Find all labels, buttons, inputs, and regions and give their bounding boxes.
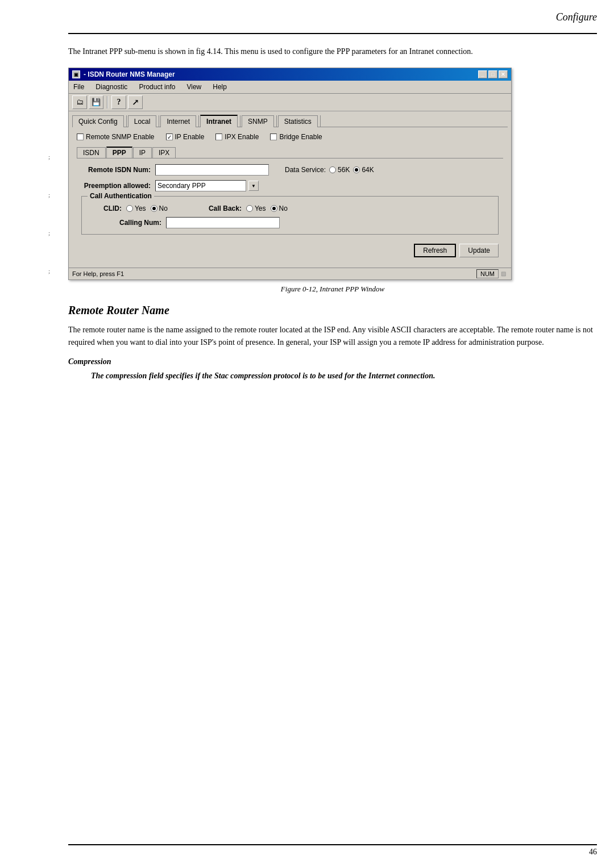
clid-yes-text: Yes: [135, 205, 146, 212]
sub-tab-ip[interactable]: IP: [133, 147, 152, 158]
window-title: - ISDN Router NMS Manager: [84, 70, 175, 78]
menu-bar: File Diagnostic Product info View Help: [69, 81, 511, 94]
main-tabs-row: Quick Config Local Internet Intranet SNM…: [72, 115, 508, 127]
sub-tab-ipx[interactable]: IPX: [152, 147, 176, 158]
update-button[interactable]: Update: [459, 244, 499, 257]
remote-isdn-label: Remote ISDN Num:: [77, 166, 151, 174]
data-service-group: Data Service: 56K 64K: [285, 166, 374, 174]
body-text-1: The remote router name is the name assig…: [68, 324, 597, 349]
preemption-dropdown[interactable]: Secondary PPP: [155, 180, 246, 191]
tab-statistics[interactable]: Statistics: [278, 115, 318, 127]
menu-diagnostic[interactable]: Diagnostic: [93, 82, 130, 92]
preemption-value: Secondary PPP: [157, 182, 206, 190]
checkbox-bridge-enable[interactable]: Bridge Enable: [270, 133, 322, 141]
toolbar-btn-save[interactable]: 💾: [89, 95, 103, 109]
cb-ip-enable-label: IP Enable: [175, 133, 205, 141]
callback-radio-group: Yes No: [246, 205, 288, 212]
radio-64k-icon[interactable]: [353, 166, 360, 173]
sub-tab-ppp[interactable]: PPP: [106, 147, 132, 158]
checkbox-ip-enable[interactable]: IP Enable: [166, 133, 205, 141]
menu-view[interactable]: View: [184, 82, 204, 92]
clid-callback-row: CLID: Yes No: [88, 205, 492, 212]
radio-56k-icon[interactable]: [329, 166, 336, 173]
clid-no-text: No: [159, 205, 168, 212]
checkboxes-row: Remote SNMP Enable IP Enable IPX Enable …: [72, 131, 508, 143]
compression-subheading: Compression: [68, 357, 597, 366]
callback-no-icon[interactable]: [271, 205, 277, 212]
toolbar: 🗂 💾 ? ↗: [69, 94, 511, 111]
cb-ipx-enable-label: IPX Enable: [225, 133, 259, 141]
buttons-row: Refresh Update: [77, 239, 503, 262]
radio-64k-text: 64K: [362, 166, 374, 174]
sub-tabs-row: ISDN PPP IP IPX: [77, 147, 503, 158]
preemption-label: Preemption allowed:: [77, 182, 151, 190]
cb-remote-snmp-label: Remote SNMP Enable: [86, 133, 155, 141]
left-mark-2: ;: [48, 191, 50, 198]
refresh-button[interactable]: Refresh: [414, 244, 456, 257]
clid-yes-icon[interactable]: [126, 205, 133, 212]
toolbar-btn-help2[interactable]: ↗: [128, 95, 143, 109]
title-controls[interactable]: _ □ ✕: [478, 70, 508, 78]
compression-bold-text: The compression field specifies if the S…: [91, 370, 597, 382]
status-help-text: For Help, press F1: [72, 270, 124, 277]
cb-ip-enable-icon[interactable]: [166, 133, 173, 140]
app-icon-small: ▣: [74, 72, 78, 77]
checkbox-remote-snmp[interactable]: Remote SNMP Enable: [77, 133, 155, 141]
status-mode: NUM: [476, 269, 499, 278]
radio-56k-label[interactable]: 56K: [329, 166, 350, 174]
sub-tab-isdn[interactable]: ISDN: [77, 147, 106, 158]
callback-label: Call Back:: [208, 205, 242, 212]
main-content: The Intranet PPP sub-menu is shown in fi…: [68, 45, 597, 382]
menu-productinfo[interactable]: Product info: [136, 82, 177, 92]
window-frame: ▣ - ISDN Router NMS Manager _ □ ✕ File D…: [68, 68, 512, 280]
calling-num-input[interactable]: [166, 217, 280, 228]
tab-quick-config[interactable]: Quick Config: [72, 115, 124, 127]
cb-remote-snmp-icon[interactable]: [77, 133, 84, 140]
callback-yes-label[interactable]: Yes: [246, 205, 266, 212]
menu-help[interactable]: Help: [210, 82, 229, 92]
callback-no-label[interactable]: No: [271, 205, 288, 212]
dropdown-arrow-icon[interactable]: ▼: [248, 181, 259, 191]
radio-64k-label[interactable]: 64K: [353, 166, 374, 174]
intro-paragraph: The Intranet PPP sub-menu is shown in fi…: [68, 45, 597, 57]
call-auth-group: Call Authentication CLID: Yes: [81, 196, 499, 235]
maximize-button[interactable]: □: [488, 70, 497, 78]
tab-divider-1: [126, 115, 127, 127]
title-bar-left: ▣ - ISDN Router NMS Manager: [72, 70, 175, 78]
top-rule: [68, 33, 597, 34]
callback-yes-icon[interactable]: [246, 205, 253, 212]
page-number: 46: [589, 848, 597, 857]
form-area: Remote ISDN Num: Data Service: 56K 64K: [72, 162, 508, 264]
toolbar-btn-open[interactable]: 🗂: [72, 95, 87, 109]
close-button[interactable]: ✕: [499, 70, 508, 78]
tab-internet[interactable]: Internet: [160, 115, 196, 127]
tab-local[interactable]: Local: [128, 115, 157, 127]
left-mark-3: ;: [48, 229, 50, 236]
preemption-row: Preemption allowed: Secondary PPP ▼: [77, 180, 503, 191]
left-marks: ; ; ; ;: [48, 153, 50, 306]
remote-isdn-row: Remote ISDN Num: Data Service: 56K 64K: [77, 164, 503, 176]
remote-isdn-input[interactable]: [155, 164, 269, 176]
minimize-button[interactable]: _: [478, 70, 487, 78]
radio-56k-text: 56K: [338, 166, 350, 174]
calling-num-label: Calling Num:: [88, 219, 161, 227]
cb-bridge-enable-icon[interactable]: [270, 133, 277, 140]
tab-divider-5: [276, 115, 277, 127]
calling-num-row: Calling Num:: [88, 217, 492, 228]
clid-label: CLID:: [88, 205, 122, 212]
left-mark-4: ;: [48, 268, 50, 274]
clid-no-icon[interactable]: [151, 205, 157, 212]
resize-icon: ▨: [501, 270, 508, 277]
tab-divider-6: [320, 115, 321, 127]
checkbox-ipx-enable[interactable]: IPX Enable: [215, 133, 259, 141]
callback-no-text: No: [279, 205, 288, 212]
tab-intranet[interactable]: Intranet: [200, 115, 238, 127]
bottom-rule: [68, 844, 597, 845]
clid-no-label[interactable]: No: [151, 205, 168, 212]
menu-file[interactable]: File: [71, 82, 86, 92]
clid-yes-label[interactable]: Yes: [126, 205, 146, 212]
toolbar-btn-help1[interactable]: ?: [111, 95, 126, 109]
tab-snmp[interactable]: SNMP: [242, 115, 274, 127]
section-heading: Remote Router Name: [68, 304, 597, 317]
cb-ipx-enable-icon[interactable]: [215, 133, 222, 140]
